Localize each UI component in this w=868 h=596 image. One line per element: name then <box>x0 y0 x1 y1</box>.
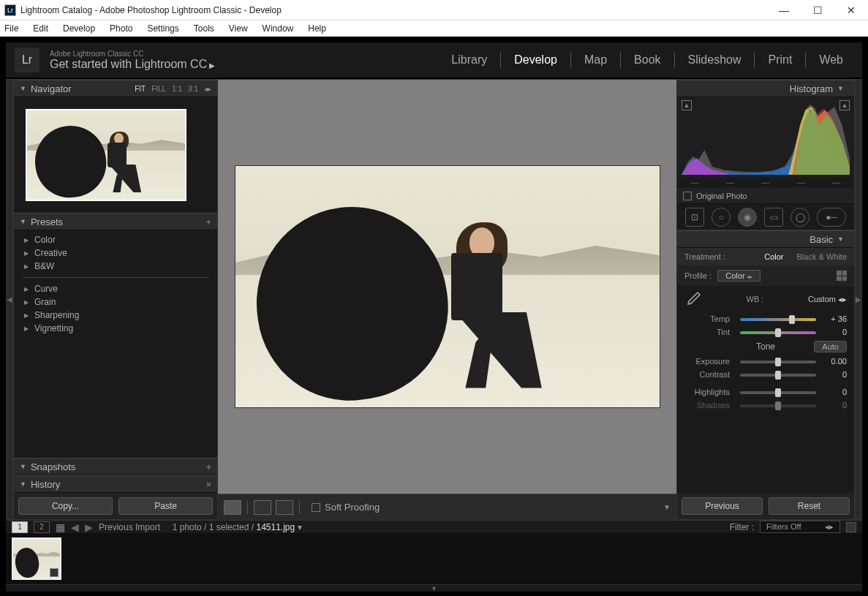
grid-view-icon[interactable]: ▦ <box>56 521 65 533</box>
highlight-clipping-icon[interactable]: ▲ <box>839 100 850 110</box>
soft-proofing-checkbox[interactable] <box>312 503 320 512</box>
right-panel: Histogram ▼ ▲ ▲ ————— Original Photo <box>676 79 855 520</box>
preset-group[interactable]: ▶Curve <box>14 282 217 295</box>
zoom-fit[interactable]: FIT <box>135 85 146 93</box>
module-print[interactable]: Print <box>758 53 802 67</box>
zoom-dropdown-icon[interactable]: ◂▸ <box>204 85 211 93</box>
graduated-filter-tool-icon[interactable]: ▭ <box>764 208 783 227</box>
paste-button[interactable]: Paste <box>118 497 213 515</box>
presets-add-icon[interactable]: + <box>205 216 211 227</box>
module-book[interactable]: Book <box>624 53 671 67</box>
preset-group[interactable]: ▶Grain <box>14 295 217 309</box>
history-panel-header[interactable]: ▼ History × <box>14 475 217 493</box>
tint-value[interactable]: 0 <box>820 328 847 336</box>
filter-select[interactable]: Filters Off◂▸ <box>760 521 840 533</box>
nav-back-icon[interactable]: ◀ <box>71 521 79 533</box>
nav-forward-icon[interactable]: ▶ <box>85 521 93 533</box>
reset-button[interactable]: Reset <box>769 497 850 515</box>
filmstrip-collapse-handle[interactable]: ▼ <box>6 584 862 592</box>
tone-auto-button[interactable]: Auto <box>814 341 847 352</box>
preset-group[interactable]: ▶Creative <box>14 246 217 260</box>
main-photo[interactable] <box>235 166 660 407</box>
radial-filter-tool-icon[interactable]: ◯ <box>790 208 809 227</box>
preset-group[interactable]: ▶Vignetting <box>14 322 217 335</box>
left-panel-collapse-handle[interactable]: ◀ <box>6 79 13 520</box>
contrast-slider[interactable] <box>740 371 816 378</box>
menu-settings[interactable]: Settings <box>147 23 178 34</box>
filter-lock-icon[interactable] <box>846 522 856 532</box>
original-photo-checkbox[interactable] <box>683 192 692 200</box>
exposure-value[interactable]: 0.00 <box>820 357 847 366</box>
menu-photo[interactable]: Photo <box>110 23 132 34</box>
zoom-fill[interactable]: FILL <box>151 85 166 93</box>
redeye-tool-icon[interactable]: ◉ <box>738 208 757 227</box>
adjustment-brush-tool-icon[interactable]: ●─ <box>817 208 846 227</box>
spot-removal-tool-icon[interactable]: ○ <box>712 208 731 227</box>
window-minimize-button[interactable]: — <box>767 0 801 20</box>
menu-window[interactable]: Window <box>263 23 294 34</box>
shadows-value[interactable]: 0 <box>820 401 847 410</box>
exposure-label: Exposure <box>684 357 730 366</box>
window-title: Lightroom Catalog - Adobe Photoshop Ligh… <box>20 5 767 15</box>
module-develop[interactable]: Develop <box>504 53 567 67</box>
chevron-down-icon: ▼ <box>20 85 26 92</box>
profile-browser-icon[interactable] <box>837 271 847 281</box>
filmstrip-thumbnail[interactable] <box>12 537 61 580</box>
menu-tools[interactable]: Tools <box>194 23 214 34</box>
window-maximize-button[interactable]: ☐ <box>801 0 834 20</box>
module-web[interactable]: Web <box>809 53 853 67</box>
history-clear-icon[interactable]: × <box>205 479 211 490</box>
module-map[interactable]: Map <box>574 53 617 67</box>
preset-group[interactable]: ▶Color <box>14 233 217 246</box>
zoom-3to1[interactable]: 3:1 <box>188 85 198 93</box>
monitor-2-button[interactable]: 2 <box>34 521 50 533</box>
identity-title[interactable]: Get started with Lightroom CC <box>50 58 215 71</box>
view-loupe-button[interactable] <box>224 500 241 515</box>
view-before-after-tb-button[interactable] <box>276 500 293 515</box>
presets-panel-header[interactable]: ▼ Presets + <box>14 213 217 230</box>
eyedropper-icon[interactable] <box>684 290 702 308</box>
temp-slider[interactable] <box>740 315 816 322</box>
contrast-value[interactable]: 0 <box>820 370 847 379</box>
preset-group[interactable]: ▶Sharpening <box>14 309 217 322</box>
wb-select[interactable]: Custom ◂▸ <box>808 295 847 304</box>
canvas[interactable] <box>218 80 676 494</box>
crop-tool-icon[interactable]: ⊡ <box>685 208 704 227</box>
profile-select[interactable]: Color <box>717 270 761 282</box>
treatment-bw-option[interactable]: Black & White <box>797 252 847 261</box>
treatment-color-option[interactable]: Color <box>764 252 783 261</box>
zoom-1to1[interactable]: 1:1 <box>172 85 182 93</box>
view-before-after-lr-button[interactable] <box>254 500 271 515</box>
highlights-slider[interactable] <box>740 388 816 396</box>
exposure-slider[interactable] <box>740 358 816 365</box>
navigator-panel-header[interactable]: ▼ Navigator FIT FILL 1:1 3:1 ◂▸ <box>14 80 217 97</box>
snapshots-panel-header[interactable]: ▼ Snapshots + <box>14 458 217 475</box>
preset-group[interactable]: ▶B&W <box>14 260 217 273</box>
menu-view[interactable]: View <box>229 23 248 34</box>
window-close-button[interactable]: ✕ <box>834 0 868 20</box>
basic-title: Basic <box>809 234 833 245</box>
histogram-display[interactable]: ▲ ▲ <box>677 97 854 178</box>
histogram-panel-header[interactable]: Histogram ▼ <box>677 80 854 97</box>
module-slideshow[interactable]: Slideshow <box>678 53 752 67</box>
module-library[interactable]: Library <box>441 53 497 67</box>
menu-edit[interactable]: Edit <box>33 23 48 34</box>
menu-develop[interactable]: Develop <box>63 23 95 34</box>
tint-slider[interactable] <box>740 328 816 336</box>
menu-file[interactable]: File <box>4 23 18 34</box>
shadow-clipping-icon[interactable]: ▲ <box>682 100 692 110</box>
shadows-slider[interactable] <box>740 401 816 409</box>
highlights-value[interactable]: 0 <box>820 388 847 396</box>
thumbnail-badge-icon[interactable] <box>50 568 59 577</box>
toolbar-options-dropdown-icon[interactable]: ▼ <box>663 503 671 511</box>
right-panel-collapse-handle[interactable]: ▶ <box>855 79 862 520</box>
copy-button[interactable]: Copy... <box>18 497 113 515</box>
temp-value[interactable]: + 36 <box>820 314 847 323</box>
menu-help[interactable]: Help <box>308 23 326 34</box>
navigator-thumbnail[interactable] <box>26 109 186 201</box>
basic-panel-header[interactable]: Basic ▼ <box>677 230 854 248</box>
snapshots-add-icon[interactable]: + <box>205 461 211 472</box>
source-path[interactable]: Previous Import 1 photo / 1 selected / 1… <box>99 522 302 532</box>
monitor-1-button[interactable]: 1 <box>12 521 28 533</box>
previous-button[interactable]: Previous <box>682 497 763 515</box>
